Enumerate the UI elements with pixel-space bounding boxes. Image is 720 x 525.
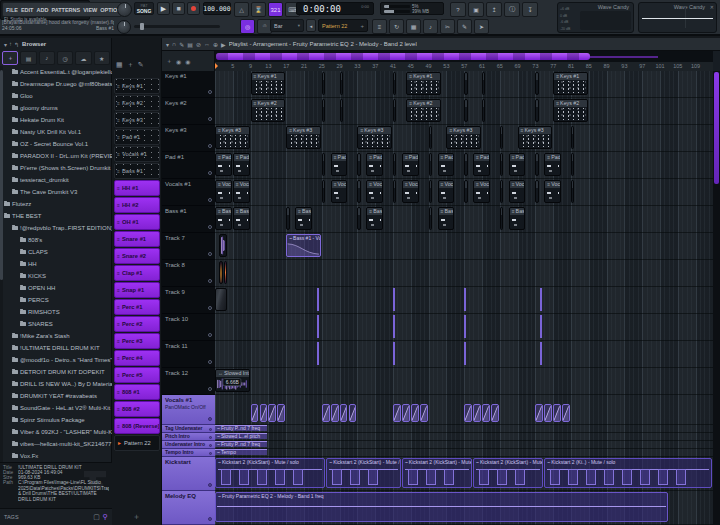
automation-clip[interactable]	[544, 404, 552, 422]
pattern-item[interactable]: ≡Keys #3	[114, 112, 160, 128]
track-name[interactable]: Tag Underwater	[162, 425, 215, 433]
pattern-clip[interactable]: ≡Keys #3	[446, 126, 481, 149]
browser-item[interactable]: PERCS	[4, 294, 112, 306]
track-name[interactable]: Kickstart	[162, 457, 215, 491]
pattern-clip[interactable]	[464, 342, 466, 365]
pattern-clip[interactable]: ≡	[322, 180, 325, 203]
pattern-selector[interactable]: Pattern 22 +	[318, 19, 368, 32]
pattern-clip[interactable]: ≡Bass #1	[233, 207, 250, 230]
automation-clip[interactable]	[260, 404, 268, 422]
pattern-clip[interactable]: ≡Keys #1	[251, 72, 286, 95]
pattern-clip[interactable]: ≡	[429, 126, 432, 149]
pattern-clip[interactable]: ≡Keys #3	[518, 126, 553, 149]
record-arm-dot[interactable]	[208, 90, 212, 94]
pattern-clip[interactable]: ≡Keys #3	[357, 126, 392, 149]
zoom-icon[interactable]: ⊕	[213, 41, 218, 48]
record-arm-dot[interactable]	[209, 428, 213, 432]
browser-item[interactable]: DRUMKIT YEAT #travabeats	[4, 390, 112, 402]
track-lane[interactable]: ≡Keys #1≡≡≡≡Keys #1≡≡≡≡Keys #1	[215, 71, 713, 98]
pattern-item[interactable]: ≡Keys #2	[114, 95, 160, 111]
automation-clip[interactable]	[251, 404, 259, 422]
tempo-display[interactable]: 100.000	[203, 2, 231, 15]
step-edit-icon[interactable]: ▦	[406, 19, 421, 34]
tab-plus-icon[interactable]: ＋	[2, 51, 18, 65]
hzoom-knob-icon[interactable]: ◉	[176, 58, 181, 65]
track-lane[interactable]	[215, 287, 713, 314]
playback-icon[interactable]: ▶	[221, 41, 226, 48]
record-arm-dot[interactable]	[208, 517, 212, 521]
cut-tool-icon[interactable]: ✂	[440, 19, 455, 34]
browser-item[interactable]: KICKS	[4, 270, 112, 282]
volume-handle[interactable]	[140, 23, 144, 30]
wave-candy-scope[interactable]: Wave Candy ✕	[638, 2, 717, 33]
track-name[interactable]: Track 9	[162, 287, 215, 314]
record-arm-dot[interactable]	[208, 279, 212, 283]
automation-clip[interactable]: ~Kickstart 2 (KickStart) - Mute / solo	[473, 458, 543, 488]
pattern-clip[interactable]: ≡Pad #1	[473, 153, 490, 176]
pattern-clip[interactable]: ≡	[393, 72, 396, 95]
automation-clip[interactable]: ~Kickstart 2 (KickStart) - Mute / solo	[402, 458, 472, 488]
browser-item[interactable]: Nasty UK Drill Kit Vol.1	[4, 126, 112, 138]
pattern-clip[interactable]	[540, 315, 542, 338]
stop-button[interactable]: ■	[172, 2, 185, 15]
browser-item[interactable]: Flutezz	[4, 198, 112, 210]
automation-clip[interactable]	[562, 404, 570, 422]
pencil-icon[interactable]: ✎	[179, 41, 184, 48]
pattern-clip[interactable]: ≡Pad #1	[438, 153, 455, 176]
browser-up-icon[interactable]: ↑	[9, 41, 12, 48]
record-arm-dot[interactable]	[209, 436, 213, 440]
vzoom-knob-icon[interactable]: ◉	[185, 58, 190, 65]
pattern-item[interactable]: ≡OH #1	[114, 214, 160, 230]
track-name[interactable]: Tempo Intro	[162, 449, 215, 457]
pattern-item[interactable]: ≡Snare #2	[114, 248, 160, 264]
pattern-clip[interactable]: ≡Bass #1	[509, 207, 526, 230]
pattern-item[interactable]: ≡808 #2	[114, 401, 160, 417]
track-lane[interactable]: ≡Keys #3≡Keys #3≡Keys #3≡≡Keys #3≡≡Keys …	[215, 125, 713, 152]
copy-icon[interactable]: ▢	[93, 513, 100, 521]
pattern-clip[interactable]: ≡	[535, 99, 538, 122]
save-icon[interactable]: ▣	[468, 2, 484, 17]
pattern-clip[interactable]: ≡Vocals #1	[233, 180, 250, 203]
browser-item[interactable]: PARADOX II - DrL.um Kit (PREVIEW)	[4, 150, 112, 162]
track-lane[interactable]: ~Tempo	[215, 449, 713, 457]
automation-clip[interactable]	[268, 404, 276, 422]
metronome-icon[interactable]: △	[234, 2, 249, 17]
track-lane[interactable]: ~Slowed L..el pitch	[215, 433, 713, 441]
pattern-item[interactable]: ≡808 (Reverse)	[114, 418, 160, 434]
pattern-clip[interactable]: ≡Pad #1	[366, 153, 383, 176]
pattern-clip[interactable]	[317, 315, 319, 338]
track-lane[interactable]: ≡Vocals #1≡Vocals #1≡≡Vocals #1≡≡Vocals …	[215, 179, 713, 206]
pattern-clip[interactable]: ≡Keys #2	[406, 99, 441, 122]
browser-item[interactable]: SoundGate - HeL.at V2® Multi-Kit	[4, 402, 112, 414]
track-lane[interactable]: ~Kickstart 2 (KickStart) - Mute / solo~K…	[215, 457, 713, 491]
pattern-clip[interactable]: ≡Keys #3	[215, 126, 250, 149]
pattern-clip[interactable]: ≡	[357, 180, 360, 203]
draw-tool-icon[interactable]: ✎	[457, 19, 472, 34]
add-track-icon[interactable]: ＋	[166, 57, 172, 66]
master-pitch-knob[interactable]	[117, 20, 131, 34]
playlist-menu-icon[interactable]: ▾	[166, 41, 169, 48]
record-arm-dot[interactable]	[208, 333, 212, 337]
track-name[interactable]: Track 7	[162, 233, 215, 260]
pat-song-switch[interactable]: PAT SONG	[134, 2, 154, 15]
pattern-item[interactable]: ≡Perc #1	[114, 299, 160, 315]
pattern-item[interactable]: ≡Pad #1	[114, 129, 160, 145]
automation-clip[interactable]	[331, 404, 339, 422]
pattern-clip[interactable]: ≡	[357, 207, 360, 230]
automation-clip[interactable]	[482, 404, 490, 422]
pattern-clip[interactable]: ≡	[500, 153, 503, 176]
pattern-item[interactable]: ≡Vocals #1	[114, 146, 160, 162]
scrollbar-thumb[interactable]	[714, 72, 719, 184]
pattern-item[interactable]: ►Pattern 22	[114, 435, 160, 451]
time-display[interactable]: 0:00:00 0:00	[296, 2, 374, 15]
pattern-clip[interactable]: ≡Vocals #1	[544, 180, 561, 203]
automation-clip[interactable]: ~Kickstart 2 (KickStart) - Mute / solo	[326, 458, 401, 488]
tab-sounds-icon[interactable]: ♪	[39, 51, 55, 65]
track-lane[interactable]: ↔Slowed Intro6.66B	[215, 368, 713, 395]
wait-input-icon[interactable]: ⌛	[251, 2, 266, 17]
menu-patterns[interactable]: PATTERNS	[51, 7, 80, 13]
snap-unit-select[interactable]: Bar ▾	[270, 19, 304, 32]
snap-magnet-icon[interactable]: ∩	[172, 41, 176, 48]
pattern-clip[interactable]: ≡Vocals #1	[438, 180, 455, 203]
note-icon[interactable]: ♪	[423, 19, 438, 34]
